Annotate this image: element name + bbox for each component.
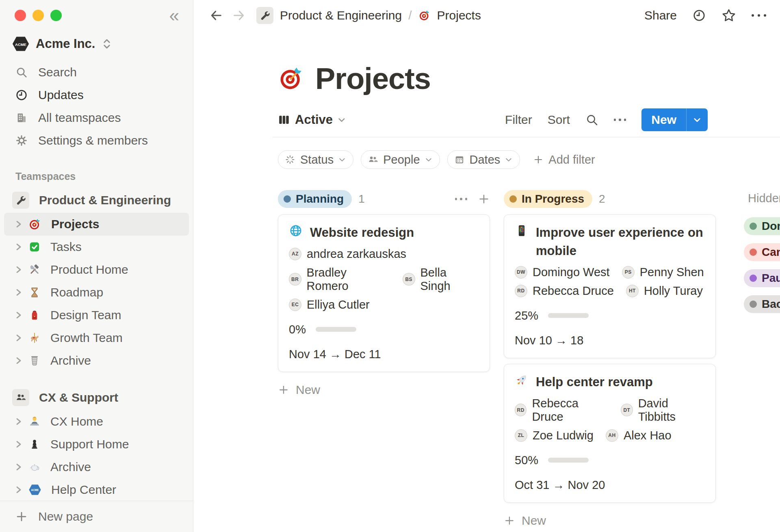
- new-page-button[interactable]: New page: [0, 501, 193, 532]
- sort-button[interactable]: Sort: [548, 113, 570, 127]
- sidebar-item-tasks[interactable]: Tasks: [4, 236, 189, 258]
- plus-icon: [278, 384, 289, 396]
- status-pill-planning[interactable]: Planning: [278, 190, 352, 208]
- more-options-icon[interactable]: [752, 14, 766, 17]
- avatar: EC: [289, 298, 301, 311]
- chevron-right-icon: [15, 356, 22, 365]
- date-range: Oct 31 → Nov 20: [515, 478, 705, 492]
- avatar: BS: [403, 273, 415, 285]
- back-arrow-icon[interactable]: [209, 9, 223, 22]
- chevron-right-icon: [15, 242, 22, 252]
- check-square-icon: [28, 241, 41, 253]
- sidebar-item-settings[interactable]: Settings & members: [0, 129, 193, 152]
- hidden-group-done[interactable]: Done: [744, 217, 780, 235]
- hidden-group-paused[interactable]: Paused: [744, 269, 780, 287]
- teamspaces-section-label: Teamspaces: [15, 171, 76, 182]
- avatar: AZ: [289, 248, 301, 260]
- column-count: 1: [358, 192, 365, 205]
- progress-bar: [316, 327, 356, 332]
- chevron-down-icon: [338, 156, 346, 163]
- project-card-improve-mobile-ux[interactable]: Improve user experience on mobile DWDomi…: [504, 214, 716, 358]
- hourglass-icon: [28, 286, 41, 298]
- person: HTHolly Turay: [626, 284, 703, 298]
- sidebar-item-support-home[interactable]: Support Home: [4, 433, 189, 456]
- view-options-icon[interactable]: [614, 119, 626, 121]
- breadcrumb-teamspace[interactable]: Product & Engineering: [280, 9, 402, 22]
- minimize-window-button[interactable]: [32, 10, 44, 21]
- plus-icon: [15, 510, 28, 523]
- star-icon[interactable]: [722, 8, 736, 23]
- hidden-group-backlog[interactable]: Backlog: [744, 295, 780, 313]
- sidebar-item-archive-pe[interactable]: Archive: [4, 349, 189, 372]
- chevron-right-icon: [15, 485, 22, 495]
- building-icon: [15, 112, 28, 124]
- board-column-in-progress: In Progress 2 Improve user experience on…: [504, 190, 716, 530]
- status-dot: [284, 195, 291, 203]
- share-button[interactable]: Share: [644, 9, 677, 22]
- person: AHAlex Hao: [606, 429, 672, 442]
- clock-icon[interactable]: [692, 9, 706, 22]
- people-icon: [368, 154, 378, 165]
- column-options-icon[interactable]: [455, 198, 468, 200]
- dates-filter-chip[interactable]: Dates: [447, 150, 520, 169]
- status-pill-in-progress[interactable]: In Progress: [504, 190, 592, 208]
- status-dot: [509, 195, 517, 203]
- person: RDRebecca Druce: [515, 284, 614, 298]
- new-button-dropdown-icon[interactable]: [687, 116, 708, 124]
- window-controls[interactable]: [15, 10, 62, 21]
- person: DTDavid Tibbitts: [621, 397, 705, 424]
- sidebar-item-growth-team[interactable]: Growth Team: [4, 327, 189, 349]
- plus-icon: [533, 154, 544, 165]
- new-button[interactable]: New: [641, 108, 708, 131]
- project-card-help-center-revamp[interactable]: Help center revamp RDRebecca Druce DTDav…: [504, 364, 716, 503]
- sidebar-item-search[interactable]: Search: [0, 61, 193, 84]
- hidden-group-canceled[interactable]: Canceled: [744, 243, 780, 261]
- sidebar-item-help-center[interactable]: ACME Help Center: [4, 478, 189, 501]
- mobile-phone-icon: [515, 224, 529, 260]
- add-card-button-planning[interactable]: New: [278, 380, 490, 400]
- column-add-icon[interactable]: [478, 193, 490, 205]
- sidebar-item-product-home[interactable]: Product Home: [4, 258, 189, 281]
- sidebar-item-roadmap[interactable]: Roadmap: [4, 281, 189, 304]
- sidebar-item-design-team[interactable]: Design Team: [4, 304, 189, 327]
- project-card-website-redesign[interactable]: Website redesign AZandrea zarkauskas BRB…: [278, 214, 490, 372]
- filter-button[interactable]: Filter: [505, 113, 532, 127]
- chess-pawn-icon: [28, 438, 41, 450]
- status-dot: [750, 275, 757, 282]
- board-view-icon: [278, 114, 290, 126]
- chevron-right-icon: [15, 333, 22, 343]
- sidebar-item-all-teamspaces[interactable]: All teamspaces: [0, 106, 193, 129]
- target-icon[interactable]: [278, 65, 305, 92]
- people-filter-chip[interactable]: People: [361, 150, 440, 169]
- technologist-icon: [28, 415, 41, 428]
- chevron-right-icon: [15, 219, 22, 229]
- view-toolbar: Active Filter Sort New: [278, 108, 708, 132]
- status-dot: [750, 301, 757, 308]
- sidebar-item-updates[interactable]: Updates: [0, 84, 193, 106]
- teamspace-product-engineering[interactable]: Product & Engineering: [0, 188, 193, 213]
- add-card-button-in-progress[interactable]: New: [504, 511, 716, 530]
- forward-arrow-icon[interactable]: [232, 9, 246, 22]
- workspace-switcher[interactable]: ACME Acme Inc.: [12, 36, 112, 52]
- chevron-right-icon: [15, 265, 22, 275]
- backpack-icon: [28, 309, 41, 321]
- status-filter-chip[interactable]: Status: [278, 150, 353, 169]
- collapse-sidebar-icon[interactable]: «: [169, 6, 179, 24]
- main-area: Product & Engineering / Projects Share P…: [194, 0, 780, 532]
- sidebar-item-projects[interactable]: Projects: [4, 213, 189, 236]
- view-tab-active[interactable]: Active: [278, 112, 346, 127]
- sidebar: « ACME Acme Inc. Search Updates All team…: [0, 0, 193, 532]
- avatar: RD: [515, 285, 527, 297]
- target-icon: [28, 218, 41, 231]
- search-icon[interactable]: [585, 113, 598, 126]
- sidebar-item-archive-cx[interactable]: Archive: [4, 456, 189, 478]
- zoom-window-button[interactable]: [50, 10, 62, 21]
- gear-icon: [15, 134, 28, 147]
- close-window-button[interactable]: [15, 10, 26, 21]
- teamspace-cx-support[interactable]: CX & Support: [0, 385, 193, 410]
- breadcrumb-page[interactable]: Projects: [437, 9, 481, 22]
- sidebar-item-cx-home[interactable]: CX Home: [4, 410, 189, 433]
- add-filter-button[interactable]: Add filter: [533, 153, 595, 167]
- progress-row: 50%: [515, 454, 705, 467]
- wastebasket-icon: [28, 355, 41, 367]
